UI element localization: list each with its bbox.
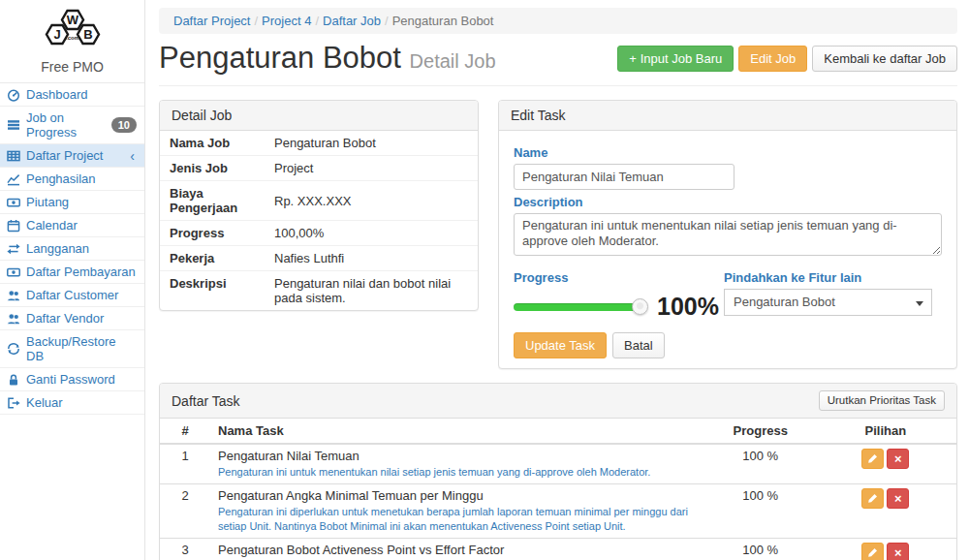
- plus-icon: +: [629, 50, 637, 67]
- update-task-button[interactable]: Update Task: [514, 332, 607, 358]
- daftar-task-panel: Daftar Task Urutkan Prioritas Task # Nam…: [159, 383, 957, 560]
- detail-label: Jenis Job: [160, 156, 274, 181]
- dashboard-icon: [7, 88, 20, 102]
- edit-task-heading: Edit Task: [499, 101, 956, 131]
- delete-task-button[interactable]: ×: [887, 449, 909, 469]
- sidebar-item-label: Daftar Vendor: [26, 311, 104, 326]
- sidebar-item-calendar[interactable]: Calendar: [0, 214, 144, 237]
- task-progress: 100 %: [706, 444, 815, 483]
- sidebar-item-backup-restore[interactable]: Backup/Restore DB: [0, 330, 144, 368]
- column-header-pilihan: Pilihan: [815, 419, 956, 444]
- task-description: Pengaturan ini diperlukan untuk menetuka…: [218, 505, 699, 534]
- task-number: 1: [160, 444, 210, 483]
- detail-label: Pekerja: [160, 246, 274, 271]
- logo-block[interactable]: W J B .com Free PMO: [0, 0, 144, 83]
- table-row: Biaya PengerjaanRp. XXX.XXX: [160, 181, 478, 221]
- sidebar-item-label: Ganti Password: [26, 372, 115, 387]
- chevron-left-icon: ‹: [130, 150, 137, 162]
- description-label: Description: [514, 195, 942, 209]
- detail-value: 100,00%: [274, 221, 478, 246]
- edit-task-panel: Edit Task Name Description Pengaturan in…: [498, 100, 957, 369]
- close-icon: ×: [894, 492, 902, 505]
- daftar-task-heading: Daftar Task: [172, 393, 240, 409]
- task-description-textarea[interactable]: Pengaturan ini untuk menentukan nilai se…: [514, 213, 942, 256]
- detail-job-panel: Detail Job Nama JobPengaturan Bobot Jeni…: [159, 100, 479, 311]
- table-row: Nama JobPengaturan Bobot: [160, 131, 478, 156]
- breadcrumb-link-daftar-project[interactable]: Daftar Project: [173, 14, 250, 28]
- task-name: Pengaturan Angka Minimal Temuan per Ming…: [218, 488, 699, 503]
- lock-icon: [7, 373, 20, 387]
- detail-job-heading: Detail Job: [160, 101, 478, 131]
- sidebar-item-keluar[interactable]: Keluar: [0, 391, 144, 415]
- task-name: Pengaturan Nilai Temuan: [218, 449, 699, 463]
- sidebar-menu: Dashboard Job on Progress 10 Daftar Proj…: [0, 83, 144, 415]
- line-chart-icon: [7, 172, 20, 186]
- batal-button[interactable]: Batal: [612, 332, 665, 358]
- edit-task-button[interactable]: [861, 488, 884, 509]
- name-label: Name: [514, 145, 942, 160]
- sidebar: W J B .com Free PMO Dashboard Job on Pro…: [0, 0, 145, 560]
- task-number: 2: [160, 483, 210, 538]
- task-description: Pengaturan ini untuk menentukan nilai se…: [218, 465, 699, 480]
- sort-priority-top-button[interactable]: Urutkan Prioritas Task: [819, 390, 945, 411]
- sidebar-item-daftar-pembayaran[interactable]: Daftar Pembayaran: [0, 261, 144, 284]
- table-row: Jenis JobProject: [160, 156, 478, 181]
- task-number: 3: [160, 538, 210, 560]
- main-content: Daftar Project/Project 4/Daftar Job/Peng…: [145, 0, 969, 560]
- edit-task-button[interactable]: [861, 449, 884, 469]
- money-icon: [7, 265, 20, 279]
- task-table: # Nama Task Progress Pilihan 1 Pengatura…: [160, 419, 956, 560]
- detail-label: Nama Job: [160, 131, 274, 156]
- sidebar-item-daftar-vendor[interactable]: Daftar Vendor: [0, 307, 144, 330]
- svg-text:.com: .com: [65, 35, 78, 41]
- column-header-num: #: [160, 419, 210, 444]
- sidebar-item-job-on-progress[interactable]: Job on Progress 10: [0, 107, 144, 144]
- edit-job-button[interactable]: Edit Job: [738, 46, 807, 72]
- caret-down-icon: [916, 301, 923, 306]
- input-job-baru-button[interactable]: +Input Job Baru: [617, 46, 734, 72]
- table-row: DeskripsiPengaturan nilai dan bobot nila…: [160, 271, 478, 311]
- progress-slider[interactable]: [514, 303, 640, 311]
- breadcrumb-separator: /: [381, 14, 392, 28]
- exchange-icon: [7, 242, 20, 256]
- jwb-logo: W J B .com: [28, 7, 117, 51]
- delete-task-button[interactable]: ×: [887, 543, 909, 560]
- move-feature-select[interactable]: Pengaturan Bobot: [724, 289, 932, 316]
- breadcrumb-separator: /: [250, 14, 262, 28]
- task-progress: 100 %: [706, 483, 815, 538]
- svg-text:B: B: [83, 27, 92, 42]
- table-row: 3 Pengaturan Bobot Activeness Point vs E…: [160, 538, 956, 560]
- edit-task-button[interactable]: [861, 543, 884, 560]
- sidebar-item-label: Job on Progress: [26, 110, 106, 140]
- page-title: Pengaturan Bobot Detail Job: [159, 42, 496, 78]
- detail-value: Project: [274, 156, 478, 181]
- sidebar-item-dashboard[interactable]: Dashboard: [0, 83, 144, 107]
- brand-name: Free PMO: [0, 59, 144, 75]
- breadcrumb-current: Pengaturan Bobot: [392, 14, 494, 28]
- pencil-icon: [867, 493, 878, 504]
- sidebar-item-label: Dashboard: [26, 87, 88, 102]
- sidebar-item-langganan[interactable]: Langganan: [0, 237, 144, 261]
- sidebar-item-label: Langganan: [26, 241, 89, 256]
- delete-task-button[interactable]: ×: [887, 488, 909, 509]
- progress-slider-handle[interactable]: [632, 298, 648, 315]
- sidebar-item-penghasilan[interactable]: Penghasilan: [0, 168, 144, 191]
- pencil-icon: [867, 547, 878, 558]
- table-row: 2 Pengaturan Angka Minimal Temuan per Mi…: [160, 483, 956, 538]
- sign-out-icon: [7, 396, 20, 410]
- svg-text:J: J: [53, 27, 60, 42]
- kembali-ke-daftar-job-button[interactable]: Kembali ke daftar Job: [812, 46, 957, 72]
- task-name-input[interactable]: [514, 164, 735, 190]
- sidebar-item-daftar-customer[interactable]: Daftar Customer: [0, 284, 144, 307]
- sidebar-item-ganti-password[interactable]: Ganti Password: [0, 368, 144, 391]
- detail-value: Nafies Luthfi: [274, 246, 478, 271]
- sidebar-item-piutang[interactable]: Piutang: [0, 191, 144, 214]
- breadcrumb-link-daftar-job[interactable]: Daftar Job: [323, 14, 381, 28]
- table-header-row: # Nama Task Progress Pilihan: [160, 419, 956, 444]
- sidebar-item-label: Piutang: [26, 195, 69, 209]
- sidebar-item-daftar-project[interactable]: Daftar Project ‹: [0, 144, 144, 168]
- sidebar-item-label: Keluar: [26, 395, 63, 410]
- move-feature-label: Pindahkan ke Fitur lain: [724, 270, 942, 285]
- breadcrumb-link-project-4[interactable]: Project 4: [262, 14, 311, 28]
- breadcrumb: Daftar Project/Project 4/Daftar Job/Peng…: [159, 8, 957, 34]
